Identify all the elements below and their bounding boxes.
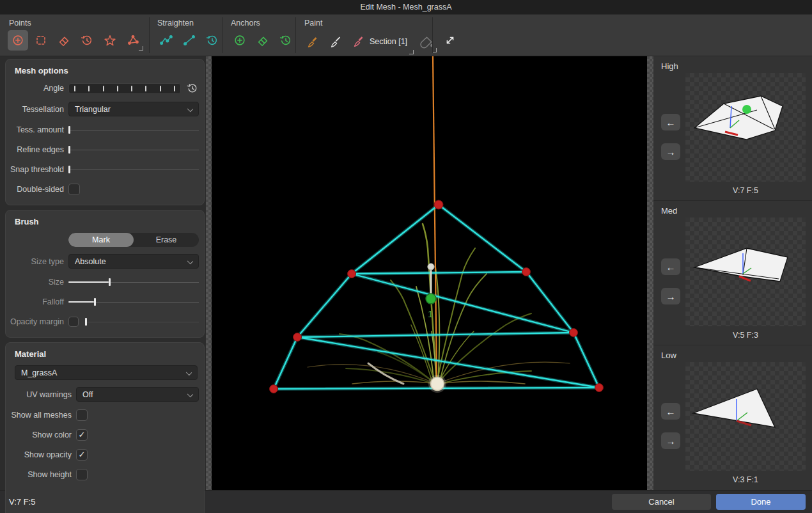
- toolbar-group-points: Points: [5, 15, 147, 56]
- mesh-options-title: Mesh options: [15, 66, 199, 75]
- brush-icon: [306, 35, 320, 49]
- angle-label: Angle: [10, 84, 68, 93]
- double-sided-checkbox[interactable]: [68, 184, 80, 195]
- cancel-button[interactable]: Cancel: [612, 494, 711, 510]
- show-opacity-checkbox[interactable]: ✓: [76, 449, 88, 461]
- straighten-group-label: Straighten: [157, 19, 194, 28]
- lod-section-high: High ← → V:7 F:5: [653, 56, 812, 201]
- tess-amount-slider[interactable]: [68, 125, 199, 134]
- points-history-button[interactable]: [77, 30, 97, 51]
- chevron-down-icon: [187, 106, 193, 112]
- anchors-group-label: Anchors: [231, 19, 260, 28]
- falloff-slider[interactable]: [68, 297, 199, 306]
- expand-corner-mark: [409, 50, 414, 54]
- mesh-vertex[interactable]: [595, 384, 604, 392]
- splitter-left[interactable]: [206, 56, 212, 490]
- straighten-path-button[interactable]: [156, 30, 176, 51]
- mark-mode-button[interactable]: Mark: [68, 233, 134, 247]
- history-icon: [80, 33, 94, 47]
- chevron-down-icon: [187, 391, 193, 397]
- show-all-meshes-checkbox[interactable]: [76, 409, 88, 421]
- erase-point-button[interactable]: [54, 30, 74, 51]
- erase-anchor-button[interactable]: [253, 30, 273, 51]
- lod-med-stats: V:5 F:3: [685, 331, 806, 340]
- snap-threshold-slider[interactable]: [68, 165, 199, 174]
- lod-high-next-button[interactable]: →: [661, 143, 680, 160]
- size-slider[interactable]: [68, 278, 199, 287]
- anchors-history-button[interactable]: [276, 30, 296, 51]
- lod-med-thumbnail: [685, 217, 806, 326]
- star-icon: [103, 33, 117, 47]
- chevron-down-icon: [187, 258, 193, 264]
- anchor-point[interactable]: [426, 294, 436, 304]
- toolbar-group-view: [437, 15, 465, 56]
- toolbar-divider: [149, 17, 150, 53]
- tessellation-dropdown[interactable]: Triangular: [68, 102, 199, 116]
- mesh-vertex[interactable]: [570, 329, 578, 337]
- expand-viewport-button[interactable]: [440, 30, 460, 51]
- angle-reset-button[interactable]: [186, 82, 199, 95]
- angle-slider[interactable]: [68, 83, 181, 94]
- splitter-right[interactable]: [647, 56, 653, 490]
- tessellation-value: Triangular: [75, 105, 111, 114]
- brush-mode-toggle: Mark Erase: [68, 233, 199, 247]
- erase-mode-button[interactable]: Erase: [134, 233, 199, 247]
- mesh-vertex[interactable]: [522, 268, 531, 276]
- straighten-history-button[interactable]: [202, 30, 223, 51]
- add-anchor-button[interactable]: [230, 30, 250, 51]
- mesh-vertex[interactable]: [348, 270, 356, 278]
- opacity-margin-checkbox[interactable]: [68, 317, 79, 327]
- done-button[interactable]: Done: [716, 494, 806, 510]
- opacity-margin-slider[interactable]: [85, 317, 199, 326]
- marquee-select-button[interactable]: [31, 30, 51, 51]
- eraser-icon: [57, 33, 71, 47]
- mesh-vertex[interactable]: [434, 200, 443, 209]
- straighten-line-button[interactable]: [179, 30, 199, 51]
- tess-amount-label: Tess. amount: [10, 125, 68, 134]
- lod-high-stats: V:7 F:5: [685, 186, 806, 195]
- show-color-label: Show color: [10, 430, 76, 439]
- toolbar-divider: [295, 17, 296, 53]
- history-icon: [279, 33, 293, 47]
- size-type-value: Absolute: [75, 257, 106, 266]
- lod-med-prev-button[interactable]: ←: [661, 258, 680, 275]
- brush-card: Brush Mark Erase Size type Absolute: [5, 210, 205, 338]
- toolbar-divider: [432, 17, 433, 53]
- toolbar-divider: [223, 17, 223, 53]
- show-height-checkbox[interactable]: [76, 469, 88, 480]
- options-panel: Mesh options Angle Tessellation Triangu: [0, 56, 206, 490]
- mesh-viewport[interactable]: 1: [212, 56, 647, 490]
- lod-med-next-button[interactable]: →: [661, 288, 680, 304]
- paint-section-brush-button[interactable]: Section [1]: [349, 30, 414, 54]
- history-icon: [205, 33, 219, 47]
- merge-points-icon: [126, 33, 140, 47]
- paint-opacity-brush-button[interactable]: [326, 32, 347, 52]
- snap-threshold-label: Snap threshold: [10, 165, 68, 174]
- mesh-vertex[interactable]: [270, 385, 278, 393]
- lod-low-prev-button[interactable]: ←: [661, 403, 680, 420]
- mesh-vertex[interactable]: [293, 333, 302, 342]
- add-point-button[interactable]: [8, 30, 28, 51]
- refine-edges-slider[interactable]: [68, 145, 199, 154]
- paint-fill-bucket-button[interactable]: [416, 32, 437, 52]
- origin-point[interactable]: [431, 377, 444, 391]
- star-points-button[interactable]: [100, 30, 120, 51]
- lod-high-prev-button[interactable]: ←: [661, 114, 680, 130]
- lod-low-next-button[interactable]: →: [661, 432, 680, 449]
- mesh-stats: V:7 F:5: [9, 497, 612, 507]
- material-dropdown[interactable]: M_grassA: [15, 365, 198, 380]
- lod-panel: High ← → V:7 F:5 Med ←: [653, 56, 812, 490]
- merge-points-button[interactable]: [123, 30, 143, 51]
- lod-low-thumbnail: [685, 362, 806, 471]
- brush-icon: [329, 35, 343, 49]
- anchor-handle-point[interactable]: [428, 264, 434, 270]
- paint-color-brush-button[interactable]: [303, 32, 324, 52]
- window-title: Edit Mesh - Mesh_grassA: [360, 3, 451, 12]
- uv-warnings-dropdown[interactable]: Off: [76, 387, 199, 402]
- brush-icon: [350, 31, 368, 52]
- marquee-select-icon: [34, 33, 48, 47]
- show-color-checkbox[interactable]: ✓: [76, 429, 88, 441]
- straighten-path-icon: [159, 33, 173, 47]
- size-type-dropdown[interactable]: Absolute: [68, 254, 199, 269]
- toolbar-group-straighten: Straighten: [153, 15, 221, 56]
